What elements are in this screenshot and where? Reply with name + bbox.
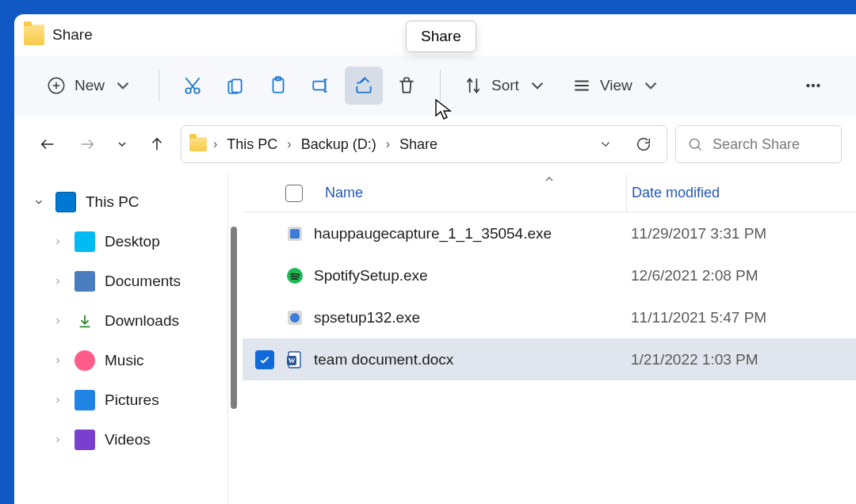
file-row[interactable]: W team document.docx 1/21/2022 1:03 PM [243, 338, 856, 380]
toolbar: Share New Sort [14, 55, 856, 116]
toolbar-separator [159, 70, 159, 101]
sidebar-item-label: Documents [105, 273, 181, 290]
word-doc-icon: W [285, 350, 304, 369]
exe-icon [285, 308, 304, 327]
column-date[interactable]: Date modified [632, 185, 720, 201]
plus-circle-icon [46, 75, 67, 96]
sidebar-item-label: This PC [86, 193, 139, 211]
sidebar-item-pictures[interactable]: Pictures [14, 380, 227, 420]
body: This PC Desktop Documents Downloads Mus [14, 174, 856, 504]
refresh-icon[interactable] [635, 136, 652, 153]
chevron-right-icon [51, 237, 65, 246]
share-tooltip: Share [406, 21, 476, 52]
chevron-up-icon [543, 174, 556, 185]
trash-icon [396, 75, 417, 96]
svg-point-7 [806, 84, 809, 87]
select-all-checkbox[interactable] [285, 185, 303, 202]
file-row[interactable]: spsetup132.exe 11/11/2021 5:47 PM [243, 296, 856, 338]
sidebar-item-desktop[interactable]: Desktop [14, 222, 227, 262]
breadcrumb-separator: › [384, 137, 392, 151]
exe-icon [285, 224, 304, 243]
file-list-pane: Name Date modified hauppaugecapture_1_1_… [228, 174, 856, 504]
chevron-down-icon [113, 75, 133, 96]
sidebar-item-this-pc[interactable]: This PC [14, 182, 227, 222]
sidebar-item-downloads[interactable]: Downloads [14, 301, 227, 341]
delete-button[interactable] [388, 67, 426, 105]
breadcrumb-separator: › [212, 137, 219, 151]
chevron-down-icon [32, 197, 46, 208]
address-bar[interactable]: › This PC › Backup (D:) › Share [181, 125, 667, 163]
chevron-right-icon [51, 277, 65, 286]
navigation-row: › This PC › Backup (D:) › Share Search S… [14, 116, 856, 174]
sidebar-item-documents[interactable]: Documents [14, 262, 227, 301]
search-icon [687, 136, 703, 152]
row-checkbox[interactable] [255, 350, 274, 369]
view-icon [571, 75, 592, 96]
search-input[interactable]: Search Share [675, 125, 842, 163]
sidebar-item-label: Pictures [105, 391, 159, 409]
spotify-icon [285, 266, 304, 285]
search-placeholder: Search Share [713, 136, 800, 153]
svg-rect-12 [290, 229, 300, 239]
desktop-icon [75, 231, 95, 252]
file-date: 1/21/2022 1:03 PM [626, 351, 856, 368]
sidebar-item-label: Music [105, 352, 144, 369]
chevron-down-icon[interactable] [598, 137, 613, 151]
copy-button[interactable] [216, 67, 254, 105]
svg-point-8 [812, 84, 815, 87]
chevron-down-icon [527, 75, 548, 96]
file-name: SpotifySetup.exe [314, 267, 428, 284]
recent-button[interactable] [111, 128, 133, 160]
breadcrumb-share[interactable]: Share [396, 136, 441, 153]
breadcrumb-separator: › [285, 137, 292, 151]
back-button[interactable] [32, 128, 63, 160]
pc-icon [55, 192, 76, 212]
sidebar-item-label: Desktop [105, 233, 160, 250]
arrow-right-icon [78, 136, 96, 153]
sidebar: This PC Desktop Documents Downloads Mus [14, 174, 228, 504]
chevron-down-icon [116, 138, 128, 151]
rename-icon [311, 75, 331, 96]
sidebar-item-videos[interactable]: Videos [14, 420, 227, 460]
new-button[interactable]: New [38, 67, 144, 105]
arrow-left-icon [39, 136, 56, 153]
forward-button[interactable] [71, 128, 103, 160]
sort-icon [463, 75, 483, 96]
svg-point-2 [194, 88, 200, 94]
view-button[interactable]: View [564, 67, 672, 105]
share-icon [353, 75, 374, 96]
chevron-right-icon [51, 395, 65, 405]
sidebar-item-label: Downloads [105, 312, 179, 330]
svg-point-9 [816, 84, 820, 87]
cut-icon [182, 75, 203, 96]
sidebar-item-music[interactable]: Music [14, 341, 227, 380]
breadcrumb-backup-d[interactable]: Backup (D:) [298, 136, 380, 153]
more-button[interactable] [794, 67, 832, 105]
check-icon [258, 353, 271, 366]
file-row[interactable]: hauppaugecapture_1_1_35054.exe 11/29/201… [243, 212, 856, 254]
paste-icon [268, 75, 289, 96]
chevron-right-icon [51, 316, 65, 326]
column-name[interactable]: Name [325, 185, 363, 201]
sort-button[interactable]: Sort [455, 67, 559, 105]
file-date: 12/6/2021 2:08 PM [626, 267, 856, 284]
paste-button[interactable] [259, 67, 297, 105]
video-icon [75, 430, 95, 450]
chevron-right-icon [51, 435, 65, 445]
file-explorer-window: Share Share New [14, 14, 856, 504]
toolbar-separator [440, 70, 441, 101]
cut-button[interactable] [174, 67, 212, 105]
rename-button[interactable] [302, 67, 340, 105]
document-icon [75, 271, 95, 292]
up-button[interactable] [141, 128, 173, 160]
file-row[interactable]: SpotifySetup.exe 12/6/2021 2:08 PM [243, 254, 856, 296]
file-name: spsetup132.exe [314, 309, 420, 326]
column-headers[interactable]: Name Date modified [243, 174, 856, 212]
file-list: hauppaugecapture_1_1_35054.exe 11/29/201… [228, 212, 856, 380]
svg-text:W: W [289, 357, 296, 365]
share-button[interactable] [345, 67, 383, 105]
file-date: 11/29/2017 3:31 PM [626, 225, 856, 242]
file-name: hauppaugecapture_1_1_35054.exe [314, 225, 552, 242]
ellipsis-icon [803, 75, 824, 96]
breadcrumb-this-pc[interactable]: This PC [224, 136, 281, 153]
